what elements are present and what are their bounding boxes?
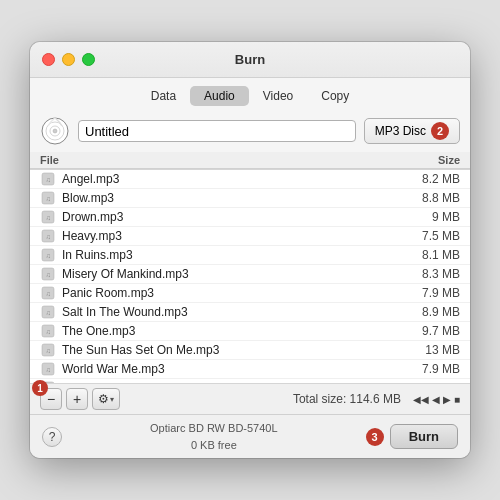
file-size: 8.1 MB <box>405 248 460 262</box>
file-name: Misery Of Mankind.mp3 <box>62 267 405 281</box>
burn-label: Burn <box>409 429 439 444</box>
titlebar: Burn <box>30 42 470 78</box>
file-icon: ♫ <box>40 266 56 282</box>
file-icon: ♫ <box>40 323 56 339</box>
drive-info: Optiarc BD RW BD-5740L 0 KB free <box>150 420 278 453</box>
table-row[interactable]: ♫ In Ruins.mp3 8.1 MB <box>30 246 470 265</box>
mp3-disc-label: MP3 Disc <box>375 124 426 138</box>
col-file-header: File <box>40 154 59 166</box>
svg-text:♫: ♫ <box>45 233 50 240</box>
file-icon: ♫ <box>40 171 56 187</box>
file-size: 7.9 MB <box>405 362 460 376</box>
file-name: Drown.mp3 <box>62 210 405 224</box>
svg-text:♫: ♫ <box>45 214 50 221</box>
add-button[interactable]: + <box>66 388 88 410</box>
help-button[interactable]: ? <box>42 427 62 447</box>
burn-button[interactable]: Burn <box>390 424 458 449</box>
svg-text:♫: ♫ <box>45 290 50 297</box>
table-row[interactable]: ♫ Panic Room.mp3 7.9 MB <box>30 284 470 303</box>
file-size: 8.3 MB <box>405 267 460 281</box>
file-icon: ♫ <box>40 361 56 377</box>
table-row[interactable]: ♫ The One.mp3 9.7 MB <box>30 322 470 341</box>
table-row[interactable]: ♫ Angel.mp3 8.2 MB <box>30 170 470 189</box>
svg-text:♫: ♫ <box>45 252 50 259</box>
minimize-button[interactable] <box>62 53 75 66</box>
window-title: Burn <box>235 52 265 67</box>
svg-text:♫: ♫ <box>45 176 50 183</box>
file-size: 9 MB <box>405 210 460 224</box>
burn-area: 3 Burn <box>366 424 458 449</box>
main-window: Burn Data Audio Video Copy MP3 Disc 2 Fi… <box>30 42 470 458</box>
badge-1: 1 <box>32 380 48 396</box>
tab-audio[interactable]: Audio <box>190 86 249 106</box>
table-row[interactable]: ♫ Misery Of Mankind.mp3 8.3 MB <box>30 265 470 284</box>
file-size: 8.9 MB <box>405 305 460 319</box>
file-icon: ♫ <box>40 209 56 225</box>
file-size: 13 MB <box>405 343 460 357</box>
mp3-badge: 2 <box>431 122 449 140</box>
file-size: 8.8 MB <box>405 191 460 205</box>
file-icon: ♫ <box>40 228 56 244</box>
file-icon: ♫ <box>40 190 56 206</box>
svg-text:♫: ♫ <box>45 309 50 316</box>
status-bar: ? Optiarc BD RW BD-5740L 0 KB free 3 Bur… <box>30 415 470 458</box>
file-list[interactable]: ♫ Angel.mp3 8.2 MB ♫ Blow.mp3 8.8 MB ♫ <box>30 169 470 384</box>
file-size: 7.9 MB <box>405 286 460 300</box>
file-name: Salt In The Wound.mp3 <box>62 305 405 319</box>
playback-controls: ◀◀ ◀ ▶ ■ <box>413 394 460 405</box>
file-name: World War Me.mp3 <box>62 362 405 376</box>
close-button[interactable] <box>42 53 55 66</box>
gear-button[interactable]: ⚙ ▾ <box>92 388 120 410</box>
file-name: In Ruins.mp3 <box>62 248 405 262</box>
svg-text:♫: ♫ <box>45 195 50 202</box>
table-row[interactable]: ♫ The Sun Has Set On Me.mp3 13 MB <box>30 341 470 360</box>
total-size: Total size: 114.6 MB <box>124 392 401 406</box>
mp3-disc-button[interactable]: MP3 Disc 2 <box>364 118 460 144</box>
file-name: Panic Room.mp3 <box>62 286 405 300</box>
file-size: 7.5 MB <box>405 229 460 243</box>
file-icon: ♫ <box>40 285 56 301</box>
file-icon: ♫ <box>40 247 56 263</box>
help-icon: ? <box>49 430 56 444</box>
col-size-header: Size <box>438 154 460 166</box>
drive-free: 0 KB free <box>150 437 278 454</box>
disc-title-input[interactable] <box>78 120 356 142</box>
svg-text:♫: ♫ <box>45 328 50 335</box>
file-icon: ♫ <box>40 342 56 358</box>
file-name: Angel.mp3 <box>62 172 405 186</box>
play-icon[interactable]: ▶ <box>443 394 451 405</box>
toolbar: − 1 + ⚙ ▾ Total size: 114.6 MB ◀◀ ◀ ▶ ■ <box>30 384 470 415</box>
table-row[interactable]: ♫ Drown.mp3 9 MB <box>30 208 470 227</box>
skip-back-icon[interactable]: ◀◀ <box>413 394 429 405</box>
table-row[interactable]: ♫ World War Me.mp3 7.9 MB <box>30 360 470 379</box>
tab-copy[interactable]: Copy <box>307 86 363 106</box>
maximize-button[interactable] <box>82 53 95 66</box>
tab-bar: Data Audio Video Copy <box>30 78 470 112</box>
file-name: The Sun Has Set On Me.mp3 <box>62 343 405 357</box>
gear-icon: ⚙ <box>98 392 109 406</box>
file-size: 8.2 MB <box>405 172 460 186</box>
svg-text:♫: ♫ <box>45 271 50 278</box>
svg-text:♫: ♫ <box>45 347 50 354</box>
traffic-lights <box>42 53 95 66</box>
file-icon: ♫ <box>40 304 56 320</box>
svg-point-3 <box>53 129 57 133</box>
badge-3: 3 <box>366 428 384 446</box>
table-row[interactable]: ♫ Heavy.mp3 7.5 MB <box>30 227 470 246</box>
file-name: The One.mp3 <box>62 324 405 338</box>
gear-dropdown-arrow: ▾ <box>110 395 114 404</box>
file-list-header: File Size <box>30 152 470 169</box>
tab-data[interactable]: Data <box>137 86 190 106</box>
file-size: 9.7 MB <box>405 324 460 338</box>
disc-row: MP3 Disc 2 <box>30 112 470 152</box>
tab-video[interactable]: Video <box>249 86 307 106</box>
file-name: Blow.mp3 <box>62 191 405 205</box>
prev-icon[interactable]: ◀ <box>432 394 440 405</box>
stop-icon[interactable]: ■ <box>454 394 460 405</box>
table-row[interactable]: ♫ Blow.mp3 8.8 MB <box>30 189 470 208</box>
file-name: Heavy.mp3 <box>62 229 405 243</box>
svg-text:♫: ♫ <box>45 366 50 373</box>
disc-icon <box>40 116 70 146</box>
table-row[interactable]: ♫ Salt In The Wound.mp3 8.9 MB <box>30 303 470 322</box>
drive-name: Optiarc BD RW BD-5740L <box>150 420 278 437</box>
